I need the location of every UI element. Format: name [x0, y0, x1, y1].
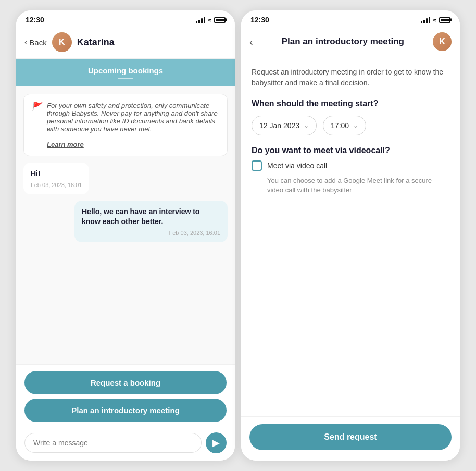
message-time-2: Feb 03, 2023, 16:01: [82, 230, 220, 236]
videocall-label: Do you want to meet via videocall?: [252, 146, 449, 155]
upcoming-bookings-banner: Upcoming bookings: [16, 59, 235, 86]
battery-icon: [214, 17, 226, 23]
right-content: Request an introductory meeting in order…: [241, 57, 460, 416]
flag-icon: 🚩: [31, 102, 42, 148]
signal-icon-right: [421, 17, 430, 23]
videocall-section: Do you want to meet via videocall? Meet …: [252, 146, 449, 195]
meet-via-videocall-checkbox[interactable]: [252, 160, 262, 171]
message-sent-1: Hello, we can have an interview to know …: [74, 201, 228, 242]
avatar-right: K: [433, 32, 452, 51]
contact-name: Katarina: [77, 37, 115, 48]
back-button[interactable]: ‹ Back: [24, 38, 47, 47]
message-time-1: Feb 03, 2023, 16:01: [31, 182, 82, 188]
request-booking-button[interactable]: Request a booking: [24, 371, 227, 394]
videocall-checkbox-row: Meet via video call: [252, 160, 449, 171]
chat-actions: Request a booking Plan an introductory m…: [16, 364, 235, 428]
wifi-icon-right: ≈: [433, 16, 436, 24]
right-bottom-bar: Send request: [241, 416, 460, 461]
avatar: K: [52, 32, 72, 52]
meeting-start-section: When should the meeting start? 12 Jan 20…: [252, 99, 449, 135]
avatar-face-right: K: [433, 32, 452, 51]
date-chevron-icon: ⌄: [304, 122, 309, 129]
back-label: Back: [29, 38, 46, 47]
status-icons-left: ≈: [196, 16, 226, 24]
meeting-start-label: When should the meeting start?: [252, 99, 449, 108]
wifi-icon: ≈: [208, 16, 211, 24]
time-value: 17:00: [331, 121, 349, 130]
status-bar-left: 12:30 ≈: [16, 10, 235, 27]
time-chevron-icon: ⌄: [353, 122, 358, 129]
videocall-checkbox-label: Meet via video call: [267, 162, 327, 170]
videocall-hint: You can choose to add a Google Meet link…: [267, 176, 449, 195]
send-icon: ▶: [212, 437, 220, 449]
message-received-1: Hi! Feb 03, 2023, 16:01: [23, 163, 89, 194]
date-dropdown[interactable]: 12 Jan 2023 ⌄: [252, 116, 317, 135]
message-input-row: ▶: [16, 428, 235, 461]
back-chevron-right-icon[interactable]: ‹: [249, 36, 253, 48]
status-bar-right: 12:30 ≈: [241, 10, 460, 27]
time-right: 12:30: [250, 16, 269, 24]
safety-notice: 🚩 For your own safety and protection, on…: [23, 94, 228, 156]
safety-text: For your own safety and protection, only…: [47, 102, 220, 148]
battery-icon-right: [439, 17, 450, 23]
back-chevron-icon: ‹: [24, 38, 27, 47]
message-text-1: Hi!: [31, 169, 82, 179]
date-time-row: 12 Jan 2023 ⌄ 17:00 ⌄: [252, 116, 449, 135]
signal-icon: [196, 17, 205, 23]
avatar-face: K: [52, 32, 72, 52]
chat-header: ‹ Back K Katarina: [16, 27, 235, 59]
right-phone: 12:30 ≈ ‹ Plan an introductory meeting K: [241, 10, 460, 461]
message-input[interactable]: [24, 433, 202, 453]
banner-dash: [118, 78, 133, 79]
left-phone: 12:30 ≈ ‹ Back K Katarina: [16, 10, 235, 461]
send-request-button[interactable]: Send request: [249, 424, 452, 450]
right-header: ‹ Plan an introductory meeting K: [241, 27, 460, 57]
time-left: 12:30: [26, 16, 44, 24]
message-text-2: Hello, we can have an interview to know …: [82, 207, 220, 227]
intro-description: Request an introductory meeting in order…: [252, 67, 449, 89]
learn-more-link[interactable]: Learn more: [47, 141, 84, 148]
plan-intro-meeting-button[interactable]: Plan an introductory meeting: [24, 399, 227, 422]
upcoming-label: Upcoming bookings: [88, 66, 163, 75]
send-message-button[interactable]: ▶: [206, 432, 227, 453]
date-value: 12 Jan 2023: [259, 121, 299, 130]
time-dropdown[interactable]: 17:00 ⌄: [323, 116, 366, 135]
page-title: Plan an introductory meeting: [253, 36, 433, 47]
status-icons-right: ≈: [421, 16, 450, 24]
chat-area: 🚩 For your own safety and protection, on…: [16, 86, 235, 364]
